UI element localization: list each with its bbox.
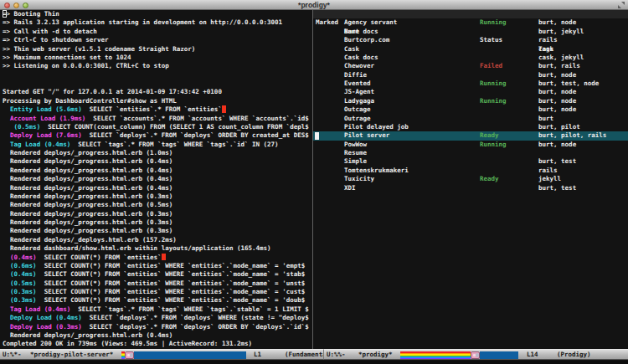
prodigy-process-pane[interactable]: Marked Name Status Tags Agency servantRu… <box>313 10 628 349</box>
process-row-selected[interactable]: Pilot serverReadyburt, pilot, rails <box>313 131 628 140</box>
point-cursor <box>315 132 319 140</box>
modeline-right-line: L14 <box>527 350 538 360</box>
log-line: (0.5ms) SELECT COUNT(*) FROM `entities` … <box>3 279 311 288</box>
process-tags: burt, node <box>538 97 576 105</box>
modeline-left-buffer: *prodigy-pilot-server* <box>30 350 113 360</box>
log-line <box>3 79 311 88</box>
process-row[interactable]: LadygagaRunningburt, node <box>313 97 628 105</box>
process-name: Evented <box>344 79 371 88</box>
process-tags: rails <box>538 167 558 175</box>
fullscreen-icon[interactable] <box>618 2 625 8</box>
process-tags: rails <box>538 36 558 44</box>
process-row[interactable]: Tomtenskrukmakerirails <box>313 167 628 175</box>
modeline-right-prefix: U:%%- <box>327 350 346 360</box>
log-line <box>3 71 311 79</box>
titlebar[interactable]: *prodigy* <box>0 0 628 10</box>
log-line: (0.5ms) SELECT COUNT(count_column) FROM … <box>3 123 311 131</box>
process-row[interactable]: Resume <box>313 149 628 157</box>
log-line: => Call with -d to detach <box>3 28 311 36</box>
log-line: Deploy Load (7.6ms) SELECT `deploys`.* F… <box>3 131 311 140</box>
process-row[interactable]: XDIburt, test <box>313 184 628 192</box>
process-list-header: Marked Name Status Tags <box>313 10 628 18</box>
process-name: Chewover <box>344 62 374 70</box>
log-line: (0.4ms) SELECT COUNT(*) FROM `entities` <box>3 254 311 262</box>
modeline-right: U:%%- *prodigy* L14 (Prodigy) <box>323 349 628 360</box>
log-line: (0.3ms) SELECT COUNT(*) FROM `entities` … <box>3 288 311 296</box>
process-tags: cask, jekyll <box>538 54 584 62</box>
process-tags: burt, node <box>538 88 576 96</box>
modeline-left: U:%*- *prodigy-pilot-server* L1 (Fundame… <box>0 349 323 360</box>
process-status-badge: Ready <box>480 131 499 140</box>
process-row[interactable]: EventedRunningburt, test, node <box>313 79 628 88</box>
log-line: Rendered deploys/_progress.html.erb (0.5… <box>3 201 311 209</box>
log-line: (0.3ms) SELECT COUNT(*) FROM `entities` … <box>3 296 311 305</box>
process-row[interactable]: Agency servantRunningburt, node <box>313 18 628 27</box>
process-row[interactable]: Pilot delayed jobburt, pilot <box>313 123 628 131</box>
log-line: Processing by DashboardController#show a… <box>3 97 311 105</box>
process-row[interactable]: Outcageburt, node <box>313 105 628 114</box>
process-tags: burt, pilot, rails <box>538 131 606 140</box>
log-line: => Booting Thin <box>3 10 311 18</box>
process-name: XDI <box>344 184 356 192</box>
nyan-progress-bar <box>121 351 246 359</box>
log-line: (0.6ms) SELECT COUNT(*) FROM `entities` … <box>3 262 311 270</box>
modeline-left-prefix: U:%*- <box>3 350 22 360</box>
log-line: Rendered deploys/_progress.html.erb (0.3… <box>3 227 311 235</box>
log-line: Rendered dashboard/show.html.erb within … <box>3 244 311 253</box>
modeline-left-mode: (Fundamental) <box>285 350 323 360</box>
log-line: Rendered deploys/_progress.html.erb (0.4… <box>3 175 311 183</box>
process-tags: burt, test <box>538 157 576 166</box>
terminal-cursor <box>162 254 166 261</box>
log-line: >> Thin web server (v1.5.1 codename Stra… <box>3 45 311 54</box>
process-name: Outcage <box>344 105 371 114</box>
nyan-space <box>480 351 518 359</box>
process-row[interactable]: Burtcorp.comrails <box>313 36 628 44</box>
process-tags: burt, test, node <box>538 79 599 88</box>
process-name: Tuxicity <box>344 175 374 183</box>
echo-area[interactable] <box>0 361 628 364</box>
nyan-rainbow <box>400 351 471 359</box>
process-name: Cask <box>344 45 359 54</box>
log-line: Entity Load (5.6ms) SELECT `entities`.* … <box>3 105 311 114</box>
process-row[interactable]: Cask docscask, jekyll <box>313 54 628 62</box>
process-row[interactable]: Simpleburt, test <box>313 157 628 166</box>
log-line: Rendered deploys/_progress.html.erb (0.4… <box>3 184 311 192</box>
process-status-badge: Ready <box>480 175 499 183</box>
process-tags: burt <box>538 115 553 123</box>
process-tags: burt, node <box>538 71 576 79</box>
process-name: Tomtenskrukmakeri <box>344 167 409 175</box>
log-line: => Rails 3.2.13 application starting in … <box>3 18 311 27</box>
process-row[interactable]: ChewoverFailedburt, rails <box>313 62 628 70</box>
log-line: Rendered deploys/_progress.html.erb (1.0… <box>3 149 311 157</box>
log-line: Started GET "/" for 127.0.0.1 at 2014-01… <box>3 88 311 96</box>
process-row[interactable]: Caskcask <box>313 45 628 54</box>
log-line: >> Maximum connections set to 1024 <box>3 54 311 62</box>
process-row[interactable]: JS-Agentburt, node <box>313 88 628 96</box>
terminal-cursor <box>222 105 226 113</box>
process-row[interactable]: Diffieburt, node <box>313 71 628 79</box>
process-tags: burt, jekyll <box>538 28 584 36</box>
process-tags: burt, rails <box>538 62 580 70</box>
log-line: (0.4ms) SELECT COUNT(*) FROM `entities` … <box>3 270 311 279</box>
server-log-pane[interactable]: => Booting Thin=> Rails 3.2.13 applicati… <box>0 10 311 349</box>
process-name: Burtcorp.com <box>344 36 389 44</box>
process-name: Agency servant <box>344 18 397 27</box>
process-name: Simple <box>344 157 367 166</box>
process-name: Ladygaga <box>344 97 374 105</box>
modeline-right-mode: (Prodigy) <box>557 350 591 360</box>
log-line: >> Listening on 0.0.0.0:3001, CTRL+C to … <box>3 62 311 70</box>
log-line: Tag Load (0.4ms) SELECT `tags`.* FROM `t… <box>3 305 311 314</box>
process-tags: burt, pilot <box>538 123 580 131</box>
hollow-cursor: = <box>3 10 7 18</box>
modeline-right-buffer: *prodigy* <box>358 350 393 360</box>
log-line: Rendered deploys/_progress.html.erb (0.4… <box>3 157 311 166</box>
process-row[interactable]: PowWowRunningburt, node <box>313 141 628 149</box>
process-status-badge: Running <box>480 18 507 27</box>
process-row[interactable]: Burt docsburt, jekyll <box>313 28 628 36</box>
process-name: Diffie <box>344 71 367 79</box>
process-row[interactable]: TuxicityReadyjekyll <box>313 175 628 183</box>
process-row[interactable]: Outrageburt <box>313 115 628 123</box>
nyan-progress-bar <box>400 351 518 359</box>
nyan-cat-icon <box>471 351 480 359</box>
log-line: Rendered deploys/_progress.html.erb (0.3… <box>3 192 311 201</box>
